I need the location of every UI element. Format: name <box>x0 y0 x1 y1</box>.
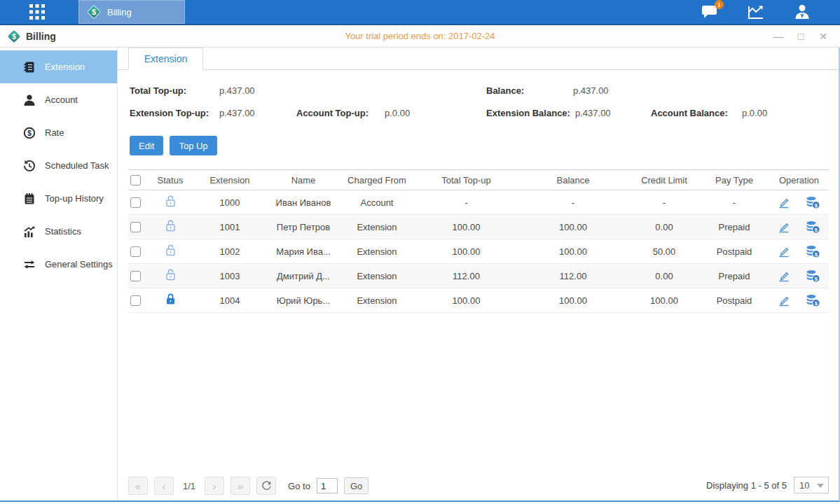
charged-from-cell: Extension <box>338 222 415 232</box>
charged-from-cell: Extension <box>338 271 415 281</box>
billing-app-tab-label: Billing <box>107 7 132 18</box>
pay-type-cell: - <box>699 197 769 208</box>
close-button[interactable]: ✕ <box>818 31 829 42</box>
total-topup-cell: 100.00 <box>415 295 517 306</box>
history-clock-icon <box>22 159 36 173</box>
last-page-button[interactable]: » <box>230 477 250 495</box>
total-topup-cell: 112.00 <box>415 271 517 281</box>
chart-icon[interactable] <box>746 3 766 21</box>
status-unlocked-icon <box>149 219 191 234</box>
edit-icon[interactable] <box>778 245 790 258</box>
sidebar: Extension Account $ Rate <box>0 48 118 500</box>
total-topup-cell: - <box>415 197 517 208</box>
apps-grid-icon[interactable] <box>25 1 49 22</box>
tab-extension[interactable]: Extension <box>128 48 203 70</box>
pay-type-cell: Postpaid <box>699 246 769 257</box>
charged-from-cell: Extension <box>338 295 415 306</box>
notifications-chat-icon[interactable]: ! <box>700 3 719 21</box>
credit-limit-cell: 0.00 <box>629 271 699 281</box>
edit-icon[interactable] <box>778 270 790 282</box>
chevron-down-icon <box>817 484 824 488</box>
balance-label: Balance: <box>486 85 524 96</box>
sidebar-item-statistics[interactable]: Statistics <box>0 215 117 248</box>
go-button[interactable]: Go <box>344 477 369 494</box>
balance-value: p.437.00 <box>573 85 609 96</box>
credit-limit-cell: 100.00 <box>629 295 699 306</box>
dollar-circle-icon: $ <box>22 126 36 140</box>
pay-type-cell: Postpaid <box>699 295 769 306</box>
topup-icon[interactable]: $ <box>806 294 820 307</box>
pagination: « ‹ 1/1 › » Go to Go <box>128 477 369 495</box>
table-header: Status Extension Name Charged From Total… <box>128 169 829 190</box>
goto-label: Go to <box>288 481 310 491</box>
extension-topup-label: Extension Top-up: <box>130 108 209 118</box>
name-cell: Петр Петров <box>268 222 338 232</box>
row-checkbox[interactable] <box>130 246 141 257</box>
edit-button[interactable]: Edit <box>130 136 163 155</box>
total-topup-cell: 100.00 <box>415 246 517 257</box>
page-indicator: 1/1 <box>183 481 195 491</box>
row-checkbox[interactable] <box>130 271 141 281</box>
balance-cell: - <box>517 197 629 208</box>
col-balance: Balance <box>517 175 629 186</box>
select-all-checkbox[interactable] <box>130 175 141 186</box>
balance-cell: 100.00 <box>517 246 629 257</box>
account-topup-value: p.0.00 <box>385 108 410 118</box>
sidebar-item-label: Account <box>45 94 78 105</box>
sidebar-item-label: Scheduled Task <box>45 160 109 171</box>
row-checkbox[interactable] <box>130 222 141 232</box>
next-page-button[interactable]: › <box>205 477 224 495</box>
topup-icon[interactable]: $ <box>806 220 820 234</box>
tab-extension-label: Extension <box>144 53 187 64</box>
col-credit-limit: Credit Limit <box>629 175 699 186</box>
pay-type-cell: Prepaid <box>699 271 769 281</box>
topup-icon[interactable]: $ <box>806 245 820 258</box>
maximize-button[interactable]: □ <box>795 31 806 42</box>
svg-text:$: $ <box>92 8 96 16</box>
account-balance-label: Account Balance: <box>651 108 728 118</box>
row-checkbox[interactable] <box>130 197 141 208</box>
account-balance-value: p.0.00 <box>742 108 767 118</box>
trial-notice: Your trial period ends on: 2017-02-24 <box>0 31 840 41</box>
sidebar-item-topup-history[interactable]: Top-up History <box>0 182 117 215</box>
edit-icon[interactable] <box>778 294 790 307</box>
topup-icon[interactable]: $ <box>806 270 820 283</box>
prev-page-button[interactable]: ‹ <box>154 477 174 495</box>
user-icon[interactable] <box>792 3 812 21</box>
col-operation: Operation <box>769 175 829 186</box>
total-topup-cell: 100.00 <box>415 222 517 232</box>
billing-diamond-icon: $ <box>86 4 102 20</box>
sidebar-item-rate[interactable]: $ Rate <box>0 116 117 149</box>
sidebar-item-label: Top-up History <box>45 193 104 204</box>
extension-cell: 1004 <box>191 295 268 306</box>
total-topup-label: Total Top-up: <box>130 85 186 96</box>
balance-cell: 112.00 <box>517 271 629 281</box>
page-size-select[interactable]: 10 <box>794 477 829 493</box>
topup-icon[interactable]: $ <box>806 196 820 209</box>
edit-icon[interactable] <box>778 196 790 209</box>
sidebar-item-extension[interactable]: Extension <box>0 50 117 83</box>
col-extension: Extension <box>191 175 268 186</box>
name-cell: Мария Ива... <box>268 246 338 257</box>
row-checkbox[interactable] <box>130 295 141 306</box>
extension-topup-value: p.437.00 <box>219 108 255 118</box>
billing-app-tab[interactable]: $ Billing <box>78 0 185 24</box>
sidebar-item-label: Rate <box>45 127 64 138</box>
first-page-button[interactable]: « <box>128 477 148 495</box>
status-unlocked-icon <box>149 244 191 259</box>
svg-text:$: $ <box>27 130 32 137</box>
minimize-button[interactable]: — <box>773 31 784 42</box>
top-up-button[interactable]: Top Up <box>170 136 216 155</box>
refresh-button[interactable] <box>256 477 276 495</box>
ledger-icon <box>22 60 36 74</box>
total-topup-value: p.437.00 <box>219 85 255 96</box>
goto-page-input[interactable] <box>317 478 338 493</box>
balance-cell: 100.00 <box>517 222 629 232</box>
extension-cell: 1000 <box>191 197 268 208</box>
edit-icon[interactable] <box>778 220 790 233</box>
charged-from-cell: Account <box>338 197 415 208</box>
sidebar-item-general-settings[interactable]: General Settings <box>0 248 117 281</box>
name-cell: Иван Иванов <box>268 197 338 208</box>
sidebar-item-scheduled-task[interactable]: Scheduled Task <box>0 149 117 182</box>
sidebar-item-account[interactable]: Account <box>0 83 117 116</box>
